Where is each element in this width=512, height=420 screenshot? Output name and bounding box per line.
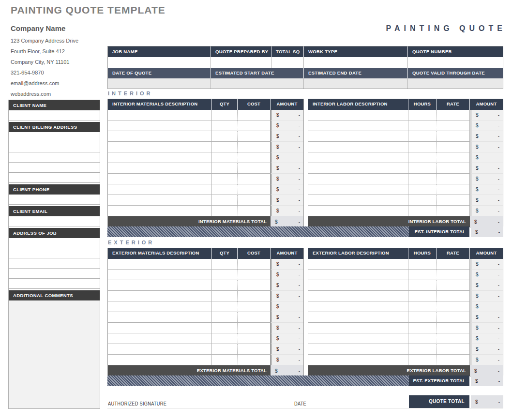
rate-cell[interactable] bbox=[437, 174, 470, 184]
hours-cell[interactable] bbox=[408, 312, 437, 323]
qty-cell[interactable] bbox=[212, 355, 238, 365]
estimated-start-date-field[interactable] bbox=[211, 78, 304, 89]
hours-cell[interactable] bbox=[408, 333, 437, 344]
hours-cell[interactable] bbox=[408, 120, 437, 131]
qty-cell[interactable] bbox=[212, 131, 238, 142]
address-of-job-field[interactable] bbox=[9, 238, 100, 248]
qty-cell[interactable] bbox=[212, 163, 238, 174]
qty-cell[interactable] bbox=[212, 174, 238, 184]
cost-cell[interactable] bbox=[238, 280, 271, 291]
client-name-field[interactable] bbox=[9, 110, 100, 120]
hours-cell[interactable] bbox=[408, 280, 437, 291]
date-of-quote-field[interactable] bbox=[108, 78, 211, 89]
qty-cell[interactable] bbox=[212, 110, 238, 120]
hours-cell[interactable] bbox=[408, 184, 437, 195]
description-cell[interactable] bbox=[108, 355, 212, 365]
cost-cell[interactable] bbox=[238, 312, 271, 323]
hours-cell[interactable] bbox=[408, 259, 437, 270]
description-cell[interactable] bbox=[108, 344, 212, 355]
qty-cell[interactable] bbox=[212, 259, 238, 270]
hours-cell[interactable] bbox=[408, 270, 437, 280]
hours-cell[interactable] bbox=[408, 301, 437, 312]
client-billing-address-field[interactable] bbox=[9, 173, 100, 183]
job-name-field[interactable] bbox=[108, 57, 211, 68]
rate-cell[interactable] bbox=[437, 184, 470, 195]
rate-cell[interactable] bbox=[437, 120, 470, 131]
additional-comments-field[interactable] bbox=[9, 300, 100, 408]
client-phone-field[interactable] bbox=[9, 195, 100, 205]
rate-cell[interactable] bbox=[437, 142, 470, 152]
qty-cell[interactable] bbox=[212, 291, 238, 301]
qty-cell[interactable] bbox=[212, 323, 238, 333]
description-cell[interactable] bbox=[308, 301, 408, 312]
estimated-end-date-field[interactable] bbox=[304, 78, 408, 89]
rate-cell[interactable] bbox=[437, 355, 470, 365]
cost-cell[interactable] bbox=[238, 355, 271, 365]
rate-cell[interactable] bbox=[437, 131, 470, 142]
hours-cell[interactable] bbox=[408, 206, 437, 216]
qty-cell[interactable] bbox=[212, 280, 238, 291]
client-billing-address-field[interactable] bbox=[9, 132, 100, 142]
description-cell[interactable] bbox=[108, 131, 212, 142]
qty-cell[interactable] bbox=[212, 184, 238, 195]
hours-cell[interactable] bbox=[408, 131, 437, 142]
cost-cell[interactable] bbox=[238, 142, 271, 152]
description-cell[interactable] bbox=[308, 131, 408, 142]
hours-cell[interactable] bbox=[408, 152, 437, 163]
qty-cell[interactable] bbox=[212, 195, 238, 206]
description-cell[interactable] bbox=[308, 142, 408, 152]
description-cell[interactable] bbox=[308, 174, 408, 184]
rate-cell[interactable] bbox=[437, 280, 470, 291]
cost-cell[interactable] bbox=[238, 323, 271, 333]
description-cell[interactable] bbox=[308, 270, 408, 280]
client-email-field[interactable] bbox=[9, 216, 100, 226]
description-cell[interactable] bbox=[108, 163, 212, 174]
hours-cell[interactable] bbox=[408, 344, 437, 355]
address-of-job-field[interactable] bbox=[9, 248, 100, 258]
description-cell[interactable] bbox=[108, 323, 212, 333]
rate-cell[interactable] bbox=[437, 344, 470, 355]
cost-cell[interactable] bbox=[238, 291, 271, 301]
client-billing-address-field[interactable] bbox=[9, 152, 100, 163]
cost-cell[interactable] bbox=[238, 206, 271, 216]
qty-cell[interactable] bbox=[212, 333, 238, 344]
rate-cell[interactable] bbox=[437, 323, 470, 333]
qty-cell[interactable] bbox=[212, 152, 238, 163]
description-cell[interactable] bbox=[108, 120, 212, 131]
hours-cell[interactable] bbox=[408, 142, 437, 152]
qty-cell[interactable] bbox=[212, 120, 238, 131]
description-cell[interactable] bbox=[308, 120, 408, 131]
client-billing-address-field[interactable] bbox=[9, 142, 100, 152]
qty-cell[interactable] bbox=[212, 270, 238, 280]
description-cell[interactable] bbox=[308, 259, 408, 270]
cost-cell[interactable] bbox=[238, 184, 271, 195]
cost-cell[interactable] bbox=[238, 333, 271, 344]
address-of-job-field[interactable] bbox=[9, 279, 100, 289]
description-cell[interactable] bbox=[108, 259, 212, 270]
cost-cell[interactable] bbox=[238, 110, 271, 120]
cost-cell[interactable] bbox=[238, 270, 271, 280]
signature-row[interactable]: AUTHORIZED SIGNATURE DATE QUOTE TOTAL $ … bbox=[107, 395, 503, 408]
description-cell[interactable] bbox=[108, 333, 212, 344]
description-cell[interactable] bbox=[308, 312, 408, 323]
cost-cell[interactable] bbox=[238, 344, 271, 355]
client-billing-address-field[interactable] bbox=[9, 163, 100, 173]
quote-prepared-by-field[interactable] bbox=[211, 57, 271, 68]
qty-cell[interactable] bbox=[212, 206, 238, 216]
address-of-job-field[interactable] bbox=[9, 258, 100, 269]
description-cell[interactable] bbox=[108, 174, 212, 184]
work-type-field[interactable] bbox=[304, 57, 408, 68]
rate-cell[interactable] bbox=[437, 206, 470, 216]
rate-cell[interactable] bbox=[437, 152, 470, 163]
hours-cell[interactable] bbox=[408, 163, 437, 174]
cost-cell[interactable] bbox=[238, 163, 271, 174]
rate-cell[interactable] bbox=[437, 110, 470, 120]
rate-cell[interactable] bbox=[437, 291, 470, 301]
description-cell[interactable] bbox=[308, 291, 408, 301]
description-cell[interactable] bbox=[108, 206, 212, 216]
hours-cell[interactable] bbox=[408, 355, 437, 365]
description-cell[interactable] bbox=[108, 110, 212, 120]
description-cell[interactable] bbox=[308, 163, 408, 174]
description-cell[interactable] bbox=[308, 184, 408, 195]
hours-cell[interactable] bbox=[408, 291, 437, 301]
